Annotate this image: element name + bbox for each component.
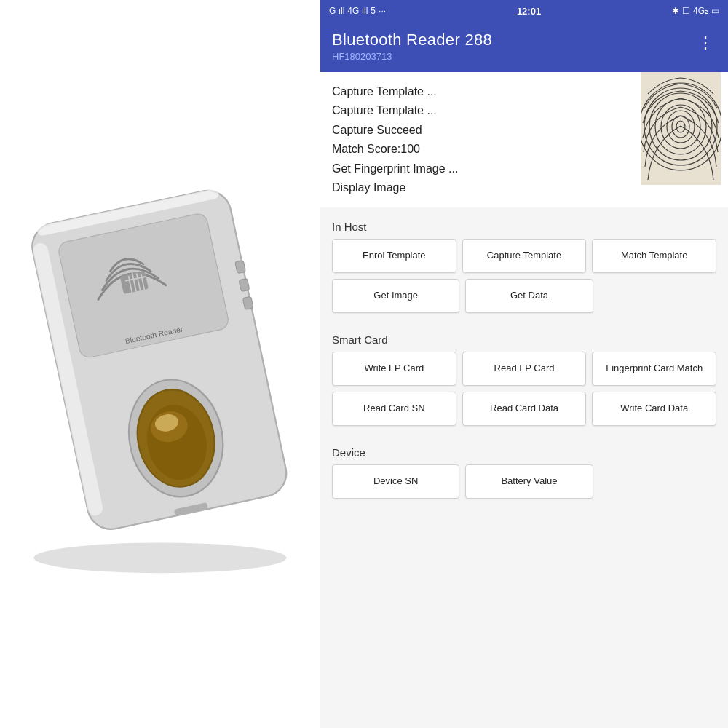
bluetooth-icon: ✱ <box>672 6 679 16</box>
device-illustration: Bluetooth Reader <box>0 0 320 728</box>
device-label: Device <box>332 446 716 459</box>
signal-gsm: G ıll <box>329 6 344 16</box>
app-subtitle: HF180203713 <box>332 51 492 62</box>
read-card-sn-button[interactable]: Read Card SN <box>332 392 456 426</box>
write-card-data-button[interactable]: Write Card Data <box>592 392 716 426</box>
match-template-button[interactable]: Match Template <box>592 239 716 273</box>
smart-card-section: Smart Card Write FP Card Read FP Card Fi… <box>320 326 728 436</box>
svg-rect-16 <box>641 72 721 185</box>
status-right: ✱ ☐ 4G₂ ▭ <box>672 6 719 16</box>
fingerprint-card-match-button[interactable]: Fingerprint Card Match <box>592 352 716 386</box>
smart-card-row-2: Read Card SN Read Card Data Write Card D… <box>332 392 716 426</box>
battery-value-button[interactable]: Battery Value <box>465 464 593 499</box>
content-scroll[interactable]: Capture Template ... Capture Template ..… <box>320 72 728 728</box>
menu-button[interactable]: ⋮ <box>695 31 716 55</box>
battery-icon: ▭ <box>711 6 719 16</box>
get-data-button[interactable]: Get Data <box>465 279 593 313</box>
smart-card-row-1: Write FP Card Read FP Card Fingerprint C… <box>332 352 716 386</box>
device-sn-button[interactable]: Device SN <box>332 464 459 499</box>
read-card-data-button[interactable]: Read Card Data <box>462 392 587 426</box>
capture-template-button[interactable]: Capture Template <box>462 239 587 273</box>
signal-4g: 4G ıll <box>347 6 368 16</box>
log-area: Capture Template ... Capture Template ..… <box>320 72 728 207</box>
fingerprint-thumbnail <box>641 72 721 185</box>
in-host-label: In Host <box>332 221 716 233</box>
phone-ui: G ıll 4G ıll 5 ··· 12:01 ✱ ☐ 4G₂ ▭ Bluet… <box>320 0 728 728</box>
clock: 12:01 <box>517 6 541 17</box>
in-host-row-1: Enrol Template Capture Template Match Te… <box>332 239 716 273</box>
notification-icon: ☐ <box>682 6 690 16</box>
enrol-template-button[interactable]: Enrol Template <box>332 239 456 273</box>
svg-point-0 <box>33 542 286 573</box>
in-host-row-2: Get Image Get Data <box>332 279 716 313</box>
network-type: 4G₂ <box>693 6 708 16</box>
status-icon-box: 5 <box>371 6 376 16</box>
device-panel: Bluetooth Reader <box>0 0 320 728</box>
device-row-1: Device SN Battery Value <box>332 464 716 499</box>
get-image-button[interactable]: Get Image <box>332 279 459 313</box>
smart-card-label: Smart Card <box>332 333 716 346</box>
device-section: Device Device SN Battery Value <box>320 439 728 509</box>
read-fp-card-button[interactable]: Read FP Card <box>462 352 587 386</box>
status-dots: ··· <box>379 6 386 16</box>
status-bar: G ıll 4G ıll 5 ··· 12:01 ✱ ☐ 4G₂ ▭ <box>320 0 728 22</box>
header-text: Bluetooth Reader 288 HF180203713 <box>332 31 492 62</box>
status-left: G ıll 4G ıll 5 ··· <box>329 6 386 16</box>
in-host-section: In Host Enrol Template Capture Template … <box>320 213 728 323</box>
write-fp-card-button[interactable]: Write FP Card <box>332 352 456 386</box>
app-title: Bluetooth Reader 288 <box>332 31 492 50</box>
app-header: Bluetooth Reader 288 HF180203713 ⋮ <box>320 22 728 72</box>
